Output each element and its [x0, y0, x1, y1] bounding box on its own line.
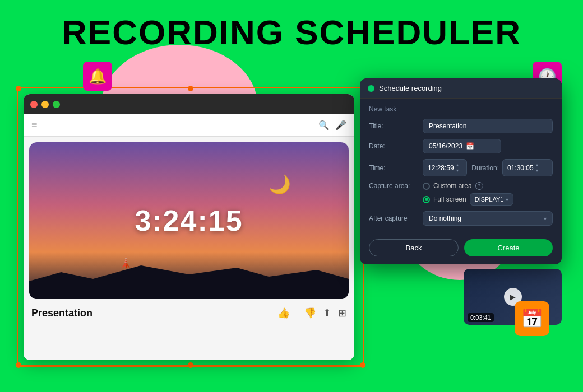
- divider: [297, 307, 297, 319]
- display-chevron: ▾: [506, 197, 508, 203]
- duration-spinner-up[interactable]: ▴: [536, 162, 538, 167]
- grid-icon[interactable]: ⊞: [338, 307, 346, 319]
- full-screen-label: Full screen: [433, 195, 466, 203]
- after-capture-select[interactable]: Do nothing ▾: [423, 211, 553, 226]
- video-preview: 🌙 🗼 3:24:15: [29, 142, 349, 299]
- frame-handle-mb[interactable]: [188, 362, 193, 368]
- window-maximize-button[interactable]: [53, 101, 60, 108]
- back-button[interactable]: Back: [369, 239, 459, 256]
- video-actions: 👍 👎 ⬆ ⊞: [277, 307, 346, 319]
- list-icon[interactable]: ≡: [31, 119, 38, 131]
- app-content: 🌙 🗼 3:24:15 Presentation 👍 👎 ⬆ ⊞: [24, 137, 354, 360]
- duration-spinner[interactable]: ▴ ▾: [536, 162, 538, 173]
- after-capture-value: Do nothing: [429, 214, 461, 222]
- dialog-body: New task Title: Date: 05/16/2023 📅 Time:…: [360, 99, 562, 239]
- display-value: DISPLAY1: [475, 196, 504, 203]
- title-input[interactable]: [423, 119, 553, 133]
- frame-handle-bl[interactable]: [16, 362, 21, 368]
- time-spinner[interactable]: ▴ ▾: [456, 162, 459, 173]
- after-capture-row: After capture Do nothing ▾: [369, 211, 553, 226]
- custom-area-label: Custom area: [433, 182, 472, 190]
- duration-input[interactable]: 01:30:05 ▴ ▾: [502, 159, 553, 176]
- video-title: Presentation: [31, 307, 92, 319]
- window-titlebar: [24, 94, 354, 114]
- mic-icon[interactable]: 🎤: [335, 120, 346, 130]
- help-icon[interactable]: ?: [475, 182, 483, 190]
- time-value: 12:28:59: [428, 164, 454, 172]
- date-input[interactable]: 05/16/2023 📅: [423, 139, 501, 153]
- time-label: Time:: [369, 164, 418, 172]
- spinner-down[interactable]: ▾: [456, 168, 459, 173]
- moon-icon: 🌙: [269, 174, 291, 195]
- duration-wrap: Duration: 01:30:05 ▴ ▾: [471, 159, 553, 176]
- date-row: Date: 05/16/2023 📅: [369, 139, 553, 153]
- duration-spinner-down[interactable]: ▾: [536, 168, 538, 173]
- duration-value: 01:30:05: [507, 164, 534, 172]
- tower-icon: 🗼: [119, 255, 133, 268]
- share-icon[interactable]: ⬆: [323, 307, 331, 319]
- dialog-buttons: Back Create: [360, 239, 562, 264]
- app-toolbar: ≡ 🔍 🎤: [24, 114, 354, 137]
- schedule-dialog: Schedule recording New task Title: Date:…: [360, 78, 562, 264]
- title-row: Title:: [369, 119, 553, 133]
- custom-area-radio[interactable]: [423, 183, 430, 190]
- calendar-icon: 📅: [515, 301, 549, 336]
- mountain-silhouette: [29, 254, 349, 299]
- title-label: Title:: [369, 122, 418, 130]
- frame-handle-tl[interactable]: [16, 86, 21, 91]
- thumbup-icon[interactable]: 👍: [277, 307, 290, 319]
- app-window: ≡ 🔍 🎤 🌙 🗼 3:24:15 Presentation 👍 👎 ⬆ ⊞: [24, 94, 354, 360]
- date-label: Date:: [369, 142, 418, 150]
- page-title: RECORDING SCHEDULER: [0, 12, 583, 52]
- spinner-up[interactable]: ▴: [456, 162, 459, 167]
- capture-area-row: Capture area: Custom area ? Full screen …: [369, 182, 553, 206]
- bell-icon: 🔔: [83, 62, 112, 91]
- date-value: 05/16/2023: [429, 142, 462, 150]
- capture-label: Capture area:: [369, 182, 418, 190]
- after-capture-label: After capture: [369, 214, 418, 222]
- dialog-status-dot: [368, 85, 374, 92]
- display-select[interactable]: DISPLAY1 ▾: [470, 193, 514, 206]
- video-timer: 3:24:15: [135, 204, 243, 237]
- frame-handle-br[interactable]: [360, 362, 365, 368]
- duration-badge-2: 0:03:41: [468, 313, 494, 322]
- time-row: Time: 12:28:59 ▴ ▾ Duration: 01:30:05 ▴ …: [369, 159, 553, 176]
- time-input[interactable]: 12:28:59 ▴ ▾: [423, 159, 467, 176]
- dialog-titlebar: Schedule recording: [360, 78, 562, 99]
- duration-label: Duration:: [471, 164, 499, 172]
- new-task-label: New task: [369, 105, 553, 113]
- thumbdown-icon[interactable]: 👎: [304, 307, 316, 319]
- dialog-title: Schedule recording: [379, 84, 442, 92]
- window-minimize-button[interactable]: [41, 101, 49, 108]
- window-close-button[interactable]: [30, 101, 38, 108]
- create-button[interactable]: Create: [464, 239, 553, 256]
- full-screen-radio[interactable]: [423, 196, 430, 203]
- after-capture-chevron: ▾: [544, 216, 547, 222]
- search-icon[interactable]: 🔍: [318, 120, 330, 130]
- calendar-input-icon: 📅: [466, 142, 474, 150]
- video-info-bar: Presentation 👍 👎 ⬆ ⊞: [29, 305, 349, 321]
